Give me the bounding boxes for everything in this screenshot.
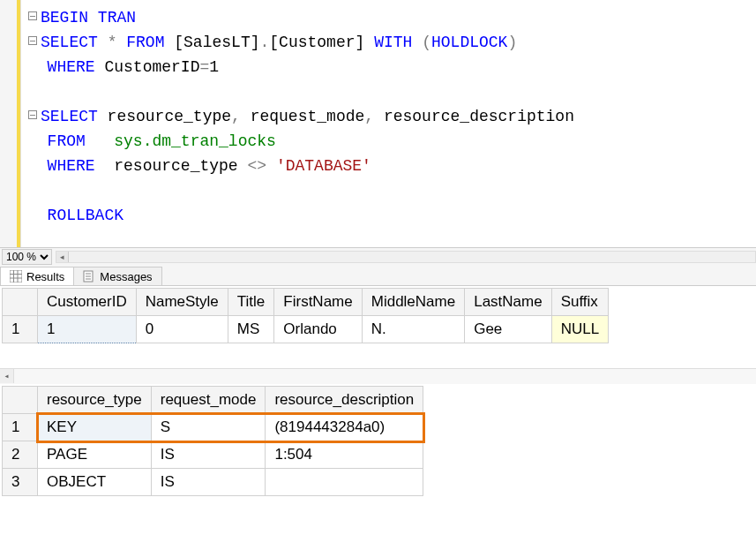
cell[interactable]: MS xyxy=(228,316,274,343)
grid1-hscroll[interactable]: ◂ xyxy=(0,368,756,384)
table-row[interactable]: 110MSOrlandoN.GeeNULL xyxy=(3,316,609,343)
row-header-corner[interactable] xyxy=(3,289,38,316)
svg-rect-0 xyxy=(10,270,22,283)
cell[interactable]: (8194443284a0) xyxy=(266,414,423,441)
tab-results[interactable]: Results xyxy=(0,267,74,285)
cell[interactable]: IS xyxy=(151,469,266,496)
cell[interactable]: Orlando xyxy=(274,316,362,343)
column-header[interactable]: MiddleName xyxy=(362,289,464,316)
row-header-corner[interactable] xyxy=(3,387,38,414)
cell[interactable]: 1:504 xyxy=(266,441,423,469)
cell[interactable]: PAGE xyxy=(38,441,152,469)
results-grid-1: CustomerIDNameStyleTitleFirstNameMiddleN… xyxy=(0,286,756,343)
row-number[interactable]: 1 xyxy=(3,316,38,343)
sql-editor[interactable]: BEGIN TRANSELECT * FROM [SalesLT].[Custo… xyxy=(0,0,756,247)
column-header[interactable]: Title xyxy=(228,289,274,316)
table-row[interactable]: 2PAGEIS1:504 xyxy=(3,441,423,469)
code-text[interactable]: BEGIN TRANSELECT * FROM [SalesLT].[Custo… xyxy=(21,0,576,247)
column-header[interactable]: Suffix xyxy=(551,289,608,316)
change-marker xyxy=(17,0,20,247)
row-number[interactable]: 2 xyxy=(3,441,38,469)
column-header[interactable]: LastName xyxy=(465,289,551,316)
row-number[interactable]: 3 xyxy=(3,469,38,496)
fold-toggle[interactable] xyxy=(28,36,37,45)
column-header[interactable]: NameStyle xyxy=(136,289,228,316)
cell[interactable]: IS xyxy=(151,441,266,469)
cell[interactable]: S xyxy=(151,414,266,441)
column-header[interactable]: resource_description xyxy=(266,387,423,414)
column-header[interactable]: resource_type xyxy=(38,387,152,414)
results-tabs: Results Messages xyxy=(0,265,756,286)
tab-messages-label: Messages xyxy=(100,270,152,283)
zoom-select[interactable]: 100 % xyxy=(2,249,52,265)
tab-messages[interactable]: Messages xyxy=(73,267,161,285)
column-header[interactable]: CustomerID xyxy=(38,289,137,316)
cell[interactable]: NULL xyxy=(551,316,608,343)
cell[interactable]: N. xyxy=(362,316,464,343)
tab-results-label: Results xyxy=(26,270,64,283)
table-row[interactable]: 1KEYS(8194443284a0) xyxy=(3,414,423,441)
editor-footer: 100 % ◂ xyxy=(0,247,756,265)
cell[interactable]: 0 xyxy=(136,316,228,343)
grid-icon xyxy=(10,270,22,283)
cell[interactable]: 1 xyxy=(38,316,137,343)
editor-hscroll[interactable]: ◂ xyxy=(56,251,756,263)
column-header[interactable]: request_mode xyxy=(151,387,266,414)
grid2-table[interactable]: resource_typerequest_moderesource_descri… xyxy=(2,386,423,496)
messages-icon xyxy=(83,270,95,283)
row-number[interactable]: 1 xyxy=(3,414,38,441)
cell[interactable]: Gee xyxy=(465,316,551,343)
table-row[interactable]: 3OBJECTIS xyxy=(3,469,423,496)
fold-toggle[interactable] xyxy=(28,110,37,119)
scroll-left-icon[interactable]: ◂ xyxy=(0,369,14,383)
column-header[interactable]: FirstName xyxy=(274,289,362,316)
scroll-left-icon[interactable]: ◂ xyxy=(56,252,69,262)
cell[interactable] xyxy=(266,469,423,496)
results-grid-2: resource_typerequest_moderesource_descri… xyxy=(0,384,756,496)
fold-toggle[interactable] xyxy=(28,11,37,20)
editor-gutter xyxy=(0,0,21,247)
cell[interactable]: KEY xyxy=(38,414,152,441)
grid1-table[interactable]: CustomerIDNameStyleTitleFirstNameMiddleN… xyxy=(2,288,609,343)
cell[interactable]: OBJECT xyxy=(38,469,152,496)
